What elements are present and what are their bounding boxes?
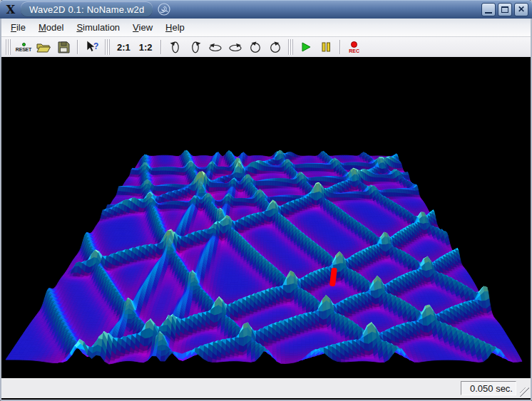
menu-item-file[interactable]: File — [4, 20, 32, 35]
rotate-cw-button[interactable] — [267, 38, 284, 56]
title-bar[interactable]: X Wave2D 0.1: NoName.w2d ✕ — [0, 0, 532, 19]
save-floppy-icon — [56, 40, 71, 54]
pause-icon — [319, 41, 332, 53]
toolbar-grip-2[interactable] — [105, 39, 110, 55]
maximize-icon — [501, 6, 508, 13]
minimize-button[interactable] — [481, 3, 496, 16]
menu-item-help[interactable]: Help — [159, 20, 191, 35]
rotate-cw-icon — [268, 40, 282, 54]
menu-item-simulation[interactable]: Simulation — [70, 20, 126, 35]
rotate-pitch-right-icon — [227, 40, 243, 54]
title-panel: Wave2D 0.1: NoName.w2d — [21, 1, 153, 17]
swirl-icon — [157, 2, 171, 16]
window-title: Wave2D 0.1: NoName.w2d — [29, 4, 144, 15]
menu-bar: FileModelSimulationViewHelp — [1, 19, 531, 37]
app-window: X Wave2D 0.1: NoName.w2d ✕ FileModelSimu… — [0, 0, 532, 401]
help-pointer-icon: ? — [84, 40, 100, 54]
record-button[interactable]: REC — [346, 38, 363, 56]
toolbar-separator-2 — [160, 40, 162, 54]
toolbar-grip-3[interactable] — [288, 39, 293, 55]
simulation-time-field: 0.050 sec. — [461, 381, 516, 395]
rotate-pitch-left-button[interactable] — [207, 38, 224, 56]
rotate-yaw-right-icon — [188, 40, 203, 54]
rotate-yaw-right-button[interactable] — [187, 38, 204, 56]
scale-1-2-button[interactable]: 1:2 — [136, 38, 155, 56]
play-button[interactable] — [297, 38, 314, 56]
menu-item-view[interactable]: View — [126, 20, 159, 35]
rotate-ccw-icon — [248, 40, 262, 54]
simulation-time: 0.050 sec. — [470, 383, 513, 394]
record-icon — [351, 41, 357, 48]
close-icon: ✕ — [518, 5, 525, 14]
svg-text:?: ? — [93, 41, 98, 51]
status-bar: 0.050 sec. — [1, 378, 531, 398]
play-icon — [300, 41, 312, 53]
save-button[interactable] — [55, 38, 72, 56]
toolbar-grip-1[interactable] — [6, 39, 11, 55]
wave-canvas[interactable] — [1, 57, 531, 378]
toolbar-separator-3 — [339, 40, 341, 54]
rotate-pitch-left-icon — [208, 40, 223, 54]
rotate-ccw-button[interactable] — [247, 38, 264, 56]
resize-grip[interactable] — [520, 387, 529, 397]
minimize-icon — [485, 12, 492, 14]
scale-2-1-button[interactable]: 2:1 — [114, 38, 133, 56]
whats-this-button[interactable]: ? — [83, 38, 101, 56]
open-folder-icon — [36, 40, 51, 54]
rotate-yaw-left-icon — [168, 40, 183, 54]
app-menu-icon[interactable]: X — [4, 2, 18, 16]
reset-icon — [22, 43, 26, 46]
toolbar: RESET — [1, 37, 531, 57]
toolbar-separator-1 — [77, 40, 78, 54]
rotate-yaw-left-button[interactable] — [167, 38, 184, 56]
simulation-view — [1, 57, 531, 378]
close-button[interactable]: ✕ — [514, 3, 528, 16]
maximize-button[interactable] — [498, 3, 512, 16]
reset-button[interactable]: RESET — [15, 38, 32, 56]
open-button[interactable] — [35, 38, 52, 56]
pause-button[interactable] — [317, 38, 334, 56]
menu-item-model[interactable]: Model — [32, 20, 70, 35]
rotate-pitch-right-button[interactable] — [227, 38, 244, 56]
